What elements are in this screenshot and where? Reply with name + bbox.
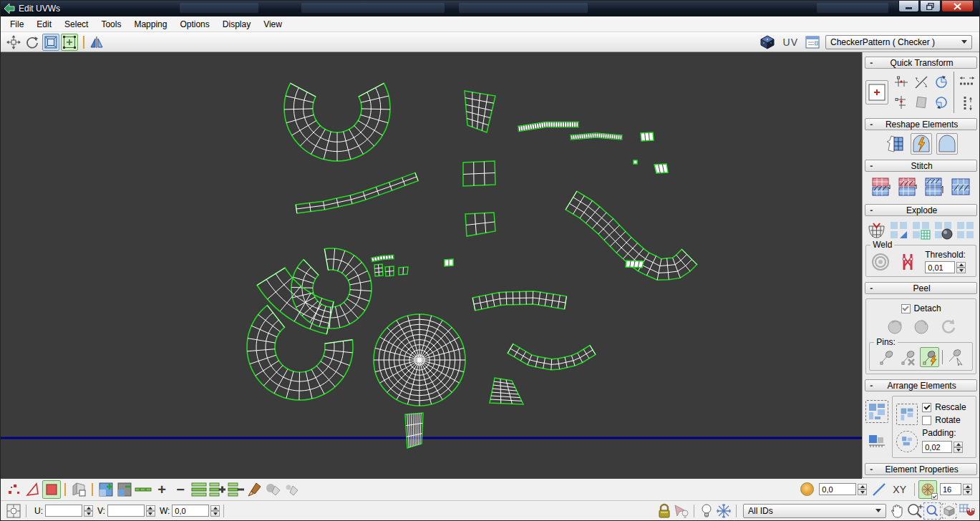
freeform-gizmo-button[interactable] (911, 93, 931, 112)
zoom-button[interactable] (906, 502, 923, 520)
grid-size-input[interactable] (940, 483, 961, 495)
scale-tool-button[interactable] (42, 34, 59, 51)
pin-tool-button[interactable] (877, 347, 896, 367)
rotate-ccw-button[interactable] (931, 93, 951, 112)
vertex-mode-button[interactable] (5, 480, 24, 499)
collapse-icon[interactable]: - (865, 381, 877, 391)
rescale-checkbox[interactable] (922, 403, 931, 412)
paint-select-button[interactable] (246, 480, 264, 499)
weld-threshold-input[interactable] (925, 261, 955, 273)
lock-selection-button[interactable] (656, 502, 673, 520)
zoom-extents-button[interactable] (941, 502, 958, 520)
collapse-icon[interactable]: - (865, 205, 877, 215)
weld-selected-button[interactable] (896, 250, 919, 273)
padding-up-button[interactable] (954, 442, 963, 447)
collapse-icon[interactable]: - (865, 58, 877, 68)
straighten-selection-button[interactable] (885, 133, 906, 155)
material-id-dropdown[interactable]: All IDs (743, 504, 886, 518)
grow-selection-button[interactable] (97, 480, 115, 499)
align-horizontal-button[interactable] (891, 73, 911, 92)
peel-mode-button[interactable] (911, 316, 931, 336)
stitch-to-source-button[interactable] (923, 175, 946, 199)
uv-options-button[interactable] (804, 34, 821, 51)
pin-moved-vertices-button[interactable] (920, 347, 939, 367)
rollout-arrange-elements[interactable]: - Arrange Elements (865, 379, 977, 391)
rollout-explode[interactable]: - Explode (865, 204, 977, 216)
detach-checkbox[interactable] (901, 304, 911, 313)
w-up-button[interactable] (210, 505, 220, 511)
pack-normalize-button[interactable] (865, 400, 888, 423)
collapse-icon[interactable]: - (865, 161, 877, 171)
menu-options[interactable]: Options (173, 18, 215, 31)
relax-until-flat-button[interactable] (911, 133, 932, 155)
zoom-region-button[interactable] (923, 502, 941, 520)
grid-snap-button[interactable] (918, 480, 937, 499)
ring-grow-button[interactable] (208, 480, 227, 499)
menu-select[interactable]: Select (58, 18, 94, 31)
peel-reset-button[interactable] (937, 316, 957, 336)
ring-shrink-button[interactable] (227, 480, 246, 499)
paint-select-remove-button[interactable] (283, 480, 301, 499)
rollout-quick-transform[interactable]: - Quick Transform (865, 57, 977, 69)
highlight-selection-button[interactable] (673, 502, 690, 520)
loop-shrink-button[interactable]: − (171, 480, 190, 499)
collapse-icon[interactable]: - (865, 120, 877, 130)
uv-space-button[interactable]: UV (777, 36, 804, 48)
rotate-cw-button[interactable] (931, 73, 951, 92)
quick-peel-button[interactable] (886, 316, 906, 336)
pattern-dropdown[interactable]: CheckerPattern ( Checker ) (825, 35, 972, 49)
element-mode-button[interactable] (69, 480, 88, 499)
flatten-by-polygon-button[interactable] (933, 219, 954, 240)
freeze-button[interactable] (715, 502, 732, 520)
falloff-axis-button[interactable]: XY (888, 484, 911, 495)
target-weld-button[interactable] (869, 250, 892, 273)
v-up-button[interactable] (146, 505, 155, 511)
menu-display[interactable]: Display (216, 18, 257, 31)
break-by-smoothing-button[interactable] (888, 219, 909, 240)
shrink-selection-button[interactable] (115, 480, 134, 499)
padding-down-button[interactable] (954, 447, 963, 453)
rescale-elements-button[interactable] (865, 429, 888, 452)
show-map-button[interactable] (759, 34, 776, 51)
soft-down-button[interactable] (858, 490, 867, 495)
menu-file[interactable]: File (4, 18, 30, 31)
loop-grow-button[interactable]: + (152, 480, 171, 499)
space-vertical-button[interactable] (957, 94, 976, 113)
align-to-edge-button[interactable] (911, 73, 931, 92)
polygon-mode-button[interactable] (42, 480, 61, 499)
rotate-checkbox[interactable] (922, 416, 931, 425)
snap-toggle-button[interactable] (958, 502, 975, 520)
stitch-average-button[interactable] (949, 175, 973, 199)
menu-tools[interactable]: Tools (94, 18, 127, 31)
close-button[interactable] (941, 1, 974, 12)
absolute-mode-button[interactable] (5, 502, 22, 520)
grid-down-button[interactable] (963, 490, 972, 495)
soft-selection-value-input[interactable] (819, 483, 856, 495)
space-horizontal-button[interactable] (957, 72, 976, 91)
pin-select-button[interactable] (946, 347, 965, 367)
pan-button[interactable] (889, 502, 906, 520)
u-up-button[interactable] (84, 505, 93, 511)
w-down-button[interactable] (210, 511, 220, 517)
explode-to-vertices-button[interactable] (866, 219, 887, 240)
padding-input[interactable] (922, 441, 952, 453)
menu-mapping[interactable]: Mapping (127, 18, 173, 31)
mirror-button[interactable] (88, 34, 105, 51)
show-hidden-button[interactable] (698, 502, 715, 520)
grid-up-button[interactable] (963, 484, 972, 490)
rollout-element-properties[interactable]: - Element Properties (865, 463, 977, 475)
edge-mode-button[interactable] (24, 480, 42, 499)
collapse-icon[interactable]: - (865, 464, 877, 474)
rotate-tool-button[interactable] (24, 34, 41, 51)
stitch-to-target-button[interactable] (896, 175, 920, 199)
rollout-stitch[interactable]: - Stitch (865, 160, 977, 172)
w-coordinate-input[interactable] (172, 505, 209, 517)
menu-view[interactable]: View (257, 18, 288, 31)
rollout-reshape-elements[interactable]: - Reshape Elements (865, 118, 977, 130)
v-coordinate-input[interactable] (107, 505, 145, 517)
align-vertical-button[interactable] (891, 93, 911, 112)
unpin-tool-button[interactable] (898, 347, 918, 367)
select-edge-loop-button[interactable] (134, 480, 152, 499)
move-tool-button[interactable] (5, 34, 22, 51)
threshold-up-button[interactable] (956, 262, 966, 268)
